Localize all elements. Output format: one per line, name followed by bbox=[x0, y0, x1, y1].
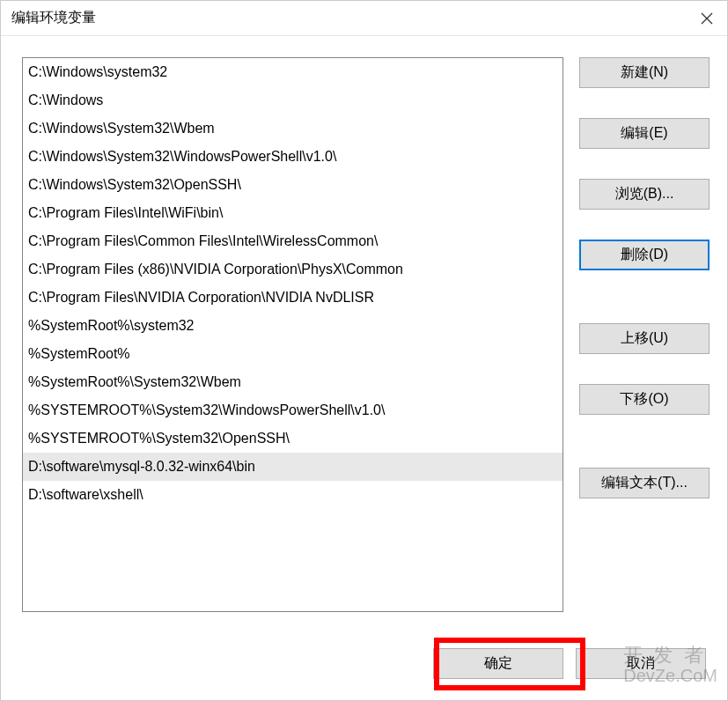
list-item[interactable]: C:\Windows\system32 bbox=[23, 58, 563, 86]
list-item[interactable]: C:\Program Files\Common Files\Intel\Wire… bbox=[23, 227, 563, 255]
list-item[interactable]: %SystemRoot%\System32\Wbem bbox=[23, 368, 563, 396]
path-listbox[interactable]: C:\Windows\system32C:\WindowsC:\Windows\… bbox=[22, 57, 563, 612]
list-item[interactable]: C:\Program Files\NVIDIA Corporation\NVID… bbox=[23, 284, 563, 312]
bottom-button-bar: 确定 取消 bbox=[1, 648, 727, 700]
list-item[interactable]: C:\Windows\System32\WindowsPowerShell\v1… bbox=[23, 143, 563, 171]
close-button[interactable] bbox=[687, 1, 727, 36]
edit-env-var-dialog: 编辑环境变量 C:\Windows\system32C:\WindowsC:\W… bbox=[0, 0, 728, 701]
list-item[interactable]: %SYSTEMROOT%\System32\OpenSSH\ bbox=[23, 424, 563, 453]
browse-button[interactable]: 浏览(B)... bbox=[579, 179, 710, 210]
list-item[interactable]: D:\software\xshell\ bbox=[23, 481, 563, 509]
move-down-button[interactable]: 下移(O) bbox=[579, 384, 710, 415]
list-item[interactable]: %SystemRoot%\system32 bbox=[23, 312, 563, 340]
dialog-content: C:\Windows\system32C:\WindowsC:\Windows\… bbox=[1, 36, 727, 648]
close-icon bbox=[701, 12, 713, 25]
side-button-panel: 新建(N) 编辑(E) 浏览(B)... 删除(D) 上移(U) 下移(O) 编… bbox=[579, 57, 710, 639]
edit-button[interactable]: 编辑(E) bbox=[579, 118, 710, 149]
move-up-button[interactable]: 上移(U) bbox=[579, 323, 710, 354]
list-item[interactable]: %SystemRoot% bbox=[23, 340, 563, 368]
list-item[interactable]: D:\software\mysql-8.0.32-winx64\bin bbox=[23, 453, 563, 481]
list-item[interactable]: C:\Windows\System32\Wbem bbox=[23, 114, 563, 143]
new-button[interactable]: 新建(N) bbox=[579, 57, 710, 88]
titlebar: 编辑环境变量 bbox=[1, 1, 727, 36]
list-item[interactable]: C:\Program Files\Intel\WiFi\bin\ bbox=[23, 199, 563, 227]
list-item[interactable]: C:\Windows bbox=[23, 86, 563, 114]
dialog-title: 编辑环境变量 bbox=[11, 9, 96, 27]
cancel-button[interactable]: 取消 bbox=[576, 648, 706, 679]
list-item[interactable]: %SYSTEMROOT%\System32\WindowsPowerShell\… bbox=[23, 396, 563, 424]
ok-button[interactable]: 确定 bbox=[433, 648, 563, 679]
list-item[interactable]: C:\Program Files (x86)\NVIDIA Corporatio… bbox=[23, 255, 563, 284]
delete-button[interactable]: 删除(D) bbox=[579, 240, 710, 270]
edit-text-button[interactable]: 编辑文本(T)... bbox=[579, 468, 710, 498]
list-item[interactable]: C:\Windows\System32\OpenSSH\ bbox=[23, 171, 563, 199]
